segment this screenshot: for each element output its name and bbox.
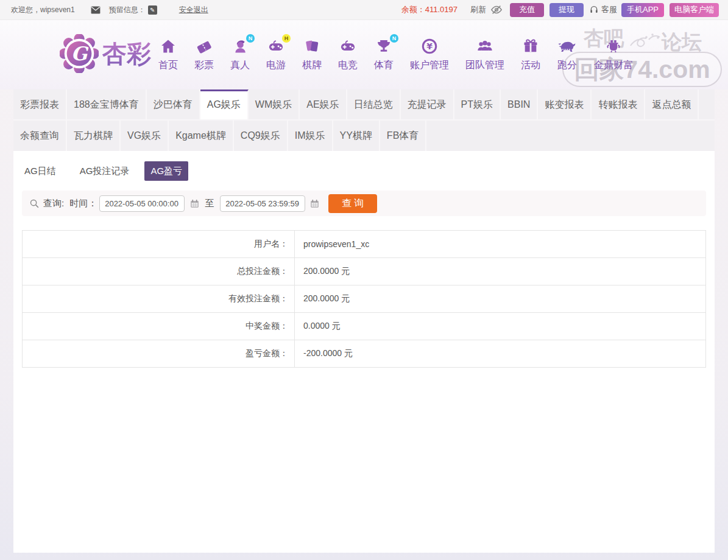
logout-link[interactable]: 安全退出 <box>179 5 208 15</box>
balance-text: 余额：411.0197 <box>401 4 458 15</box>
person-icon: N <box>231 36 249 57</box>
main-nav: 首页 彩票 N 真人 H 电游 棋牌 <box>158 36 649 72</box>
badge-n: N <box>390 34 398 43</box>
envelope-icon[interactable] <box>91 6 101 14</box>
calendar-icon[interactable] <box>309 198 320 209</box>
headset-icon <box>589 5 599 15</box>
tab-im[interactable]: IM娱乐 <box>288 121 333 151</box>
withdraw-button[interactable]: 提现 <box>550 3 584 17</box>
tab-188[interactable]: 188金宝博体育 <box>67 89 147 119</box>
tab-shaba[interactable]: 沙巴体育 <box>147 89 200 119</box>
nav-lottery[interactable]: 彩票 <box>194 36 214 72</box>
between-label: 至 <box>205 198 214 209</box>
time-from-input[interactable] <box>99 195 185 212</box>
site-logo[interactable]: G 杏彩 <box>60 34 151 73</box>
home-icon <box>159 36 177 57</box>
calendar-icon[interactable] <box>189 198 200 209</box>
nav-egames[interactable]: H 电游 <box>266 36 286 72</box>
report-tabs: 彩票报表 188金宝博体育 沙巴体育 AG娱乐 WM娱乐 AE娱乐 日结总览 充… <box>13 89 715 151</box>
profit-report-table: 用户名： prowipseven1_xc 总投注金额： 200.0000 元 有… <box>22 230 706 368</box>
tab-balance-query[interactable]: 余额查询 <box>13 121 67 151</box>
edit-icon[interactable]: ✎ <box>148 5 157 15</box>
gamepad2-icon <box>339 36 357 57</box>
eye-slash-icon[interactable] <box>490 5 503 15</box>
logo-flower-icon: G <box>60 34 99 73</box>
tab-ag[interactable]: AG娱乐 <box>200 89 249 119</box>
nav-cards[interactable]: 棋牌 <box>302 36 322 72</box>
ding-icon <box>604 36 623 57</box>
tab-bbin[interactable]: BBIN <box>501 89 538 119</box>
customer-service[interactable]: 客服 <box>589 4 617 15</box>
mobile-app-button[interactable]: 手机APP <box>621 3 664 17</box>
nav-promos[interactable]: 活动 <box>521 36 540 72</box>
nav-live[interactable]: N 真人 <box>230 36 250 72</box>
nav-paofen[interactable]: 跑分 <box>557 36 578 72</box>
tab-ae[interactable]: AE娱乐 <box>300 89 347 119</box>
refresh-link[interactable]: 刷新 <box>470 4 486 15</box>
subtab-ag-daily[interactable]: AG日结 <box>24 161 56 181</box>
table-row: 有效投注金额： 200.0000 元 <box>23 285 706 313</box>
topbar: 欢迎您，wipseven1 预留信息： ✎ 安全退出 余额：411.0197 刷… <box>0 0 728 20</box>
nav-sports[interactable]: N 体育 <box>374 36 394 72</box>
coin-icon: ¥ <box>420 36 439 57</box>
search-icon <box>29 198 40 209</box>
ag-subtabs: AG日结 AG投注记录 AG盈亏 <box>24 161 715 181</box>
tab-wali[interactable]: 瓦力棋牌 <box>67 121 121 151</box>
subtab-ag-bets[interactable]: AG投注记录 <box>80 161 130 181</box>
svg-text:¥: ¥ <box>426 41 433 51</box>
subtab-ag-profit[interactable]: AG盈亏 <box>144 161 188 181</box>
tab-daily[interactable]: 日结总览 <box>347 89 401 119</box>
team-icon <box>476 36 494 57</box>
nav-home[interactable]: 首页 <box>158 36 178 72</box>
gamepad-icon: H <box>267 36 285 57</box>
nav-team[interactable]: 团队管理 <box>465 36 504 72</box>
gift-icon <box>521 36 540 57</box>
time-label: 时间： <box>69 198 97 209</box>
svg-text:G: G <box>71 43 89 65</box>
pc-client-button[interactable]: 电脑客户端 <box>670 3 719 17</box>
nav-account[interactable]: ¥ 账户管理 <box>410 36 449 72</box>
query-button[interactable]: 查 询 <box>328 194 377 213</box>
ticket-icon <box>195 36 213 57</box>
tab-pt[interactable]: PT娱乐 <box>454 89 501 119</box>
table-row: 盈亏金额： -200.0000 元 <box>23 340 706 368</box>
tab-kgame[interactable]: Kgame棋牌 <box>169 121 234 151</box>
tab-yy[interactable]: YY棋牌 <box>333 121 380 151</box>
content-panel: 彩票报表 188金宝博体育 沙巴体育 AG娱乐 WM娱乐 AE娱乐 日结总览 充… <box>13 89 715 553</box>
tab-lottery-report[interactable]: 彩票报表 <box>13 89 67 119</box>
query-label: 查询: <box>43 198 64 209</box>
trophy-icon: N <box>375 36 393 57</box>
cards-icon <box>303 36 321 57</box>
badge-n: N <box>246 34 255 43</box>
reserved-info-label: 预留信息： <box>109 5 146 15</box>
site-header: G 杏彩 首页 彩票 N 真人 H <box>0 20 728 89</box>
nav-esports[interactable]: 电竞 <box>338 36 358 72</box>
table-row: 用户名： prowipseven1_xc <box>23 231 706 258</box>
tab-deposit[interactable]: 充提记录 <box>401 89 454 119</box>
time-to-input[interactable] <box>220 195 305 212</box>
tab-vg[interactable]: VG娱乐 <box>121 121 169 151</box>
tab-account-change[interactable]: 账变报表 <box>538 89 592 119</box>
tab-fb[interactable]: FB体育 <box>380 121 426 151</box>
table-row: 中奖金额： 0.0000 元 <box>23 313 706 340</box>
rhino-icon <box>557 36 578 57</box>
recharge-button[interactable]: 充值 <box>510 3 544 17</box>
tab-cq9[interactable]: CQ9娱乐 <box>234 121 288 151</box>
welcome-text: 欢迎您，wipseven1 <box>11 5 75 15</box>
tab-transfer[interactable]: 转账报表 <box>592 89 645 119</box>
query-bar: 查询: 时间： 至 查 询 <box>22 191 706 216</box>
badge-h: H <box>282 34 291 43</box>
table-row: 总投注金额： 200.0000 元 <box>23 258 706 285</box>
logo-wordmark: 杏彩 <box>102 37 151 71</box>
nav-wealth[interactable]: 金鼎财富 <box>594 36 633 72</box>
tab-rebate[interactable]: 返点总额 <box>645 89 699 119</box>
tab-wm[interactable]: WM娱乐 <box>249 89 300 119</box>
